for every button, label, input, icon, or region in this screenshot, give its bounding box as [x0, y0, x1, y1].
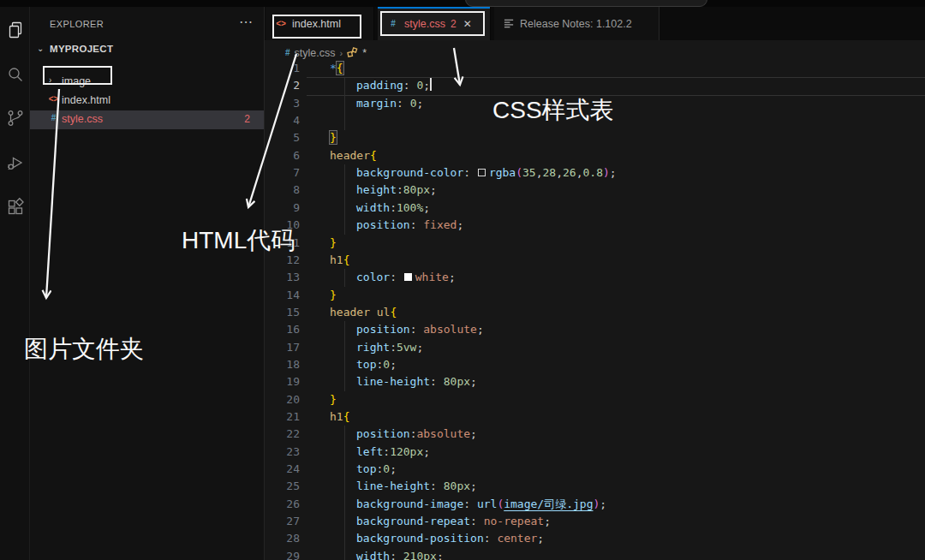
code-line-20[interactable]: 20} — [265, 391, 925, 409]
line-number[interactable]: 27 — [265, 513, 300, 530]
tab-index-html[interactable]: <> index.html — [266, 7, 374, 40]
code-text[interactable]: top:0; — [330, 461, 397, 478]
code-line-28[interactable]: 28background-position: center; — [265, 530, 925, 548]
line-number[interactable]: 24 — [265, 461, 300, 478]
line-number[interactable]: 23 — [265, 444, 300, 461]
line-number[interactable]: 13 — [265, 269, 300, 286]
code-line-1[interactable]: 1*{ — [265, 60, 925, 78]
run-debug-icon[interactable] — [5, 152, 26, 173]
code-text[interactable]: top:0; — [330, 356, 397, 373]
explorer-icon[interactable] — [5, 20, 26, 40]
code-line-7[interactable]: 7background-color: rgba(35,28,26,0.8); — [265, 164, 925, 182]
code-line-5[interactable]: 5} — [265, 129, 925, 147]
code-text[interactable]: background-image: url(image/司绿.jpg); — [330, 496, 606, 513]
code-text[interactable]: position:absolute; — [330, 426, 477, 443]
line-number[interactable]: 20 — [265, 391, 300, 408]
line-number[interactable]: 15 — [265, 304, 300, 321]
extensions-icon[interactable] — [5, 197, 26, 217]
code-text[interactable]: height:80px; — [330, 182, 437, 199]
code-editor[interactable]: 1*{2padding: 0;3margin: 0;45}6header{7ba… — [265, 59, 925, 560]
line-number[interactable]: 17 — [265, 339, 300, 356]
code-text[interactable]: header{ — [330, 147, 377, 164]
code-line-8[interactable]: 8height:80px; — [265, 182, 925, 200]
code-text[interactable]: padding: 0; — [330, 77, 432, 94]
code-line-24[interactable]: 24top:0; — [265, 461, 925, 479]
code-line-14[interactable]: 14} — [265, 287, 925, 305]
more-actions-icon[interactable]: ⋯ — [239, 14, 254, 30]
line-number[interactable]: 25 — [265, 478, 300, 495]
line-number[interactable]: 1 — [265, 60, 300, 77]
code-line-27[interactable]: 27background-repeat: no-repeat; — [265, 513, 925, 531]
code-line-17[interactable]: 17right:5vw; — [265, 339, 925, 357]
line-number[interactable]: 28 — [265, 530, 300, 547]
line-number[interactable]: 19 — [265, 373, 300, 390]
code-line-16[interactable]: 16position: absolute; — [265, 321, 925, 339]
code-line-10[interactable]: 10position: fixed; — [265, 217, 925, 235]
sidebar-item-index-html[interactable]: <> index.html — [30, 92, 264, 110]
code-line-25[interactable]: 25line-height: 80px; — [265, 478, 925, 496]
code-text[interactable]: line-height: 80px; — [330, 478, 477, 495]
code-text[interactable]: *{ — [330, 60, 343, 77]
line-number[interactable]: 29 — [265, 548, 300, 560]
code-line-21[interactable]: 21h1{ — [265, 408, 925, 426]
line-number[interactable]: 12 — [265, 252, 300, 269]
line-number[interactable]: 7 — [265, 164, 300, 182]
breadcrumb-file[interactable]: style.css — [295, 47, 336, 59]
breadcrumb-symbol[interactable]: * — [362, 47, 367, 59]
code-line-23[interactable]: 23left:120px; — [265, 444, 925, 462]
line-number[interactable]: 18 — [265, 356, 300, 373]
code-text[interactable]: header ul{ — [330, 304, 397, 321]
token-link[interactable]: image/司绿.jpg — [504, 497, 593, 510]
line-number[interactable]: 26 — [265, 496, 300, 513]
code-line-15[interactable]: 15header ul{ — [265, 304, 925, 322]
code-line-13[interactable]: 13color: white; — [265, 269, 925, 287]
code-line-12[interactable]: 12h1{ — [265, 252, 925, 270]
code-line-26[interactable]: 26background-image: url(image/司绿.jpg); — [265, 496, 925, 514]
code-text[interactable]: color: white; — [330, 269, 456, 286]
code-line-6[interactable]: 6header{ — [265, 147, 925, 165]
code-text[interactable]: width: 210px; — [330, 548, 444, 560]
code-line-3[interactable]: 3margin: 0; — [265, 95, 925, 113]
code-text[interactable]: background-position: center; — [330, 530, 544, 547]
code-text[interactable]: width:100%; — [330, 200, 430, 217]
code-text[interactable]: } — [330, 287, 337, 304]
code-text[interactable]: } — [330, 235, 337, 252]
project-root-row[interactable]: ⌄ MYPROJECT — [30, 41, 264, 60]
line-number[interactable]: 10 — [265, 217, 300, 234]
tab-release-notes[interactable]: Release Notes: 1.102.2 — [494, 7, 659, 40]
close-icon[interactable]: ✕ — [463, 18, 472, 30]
code-line-11[interactable]: 11} — [265, 235, 925, 253]
code-text[interactable]: h1{ — [330, 252, 349, 269]
line-number[interactable]: 16 — [265, 321, 300, 338]
code-text[interactable]: h1{ — [330, 408, 349, 426]
sidebar-item-image-folder[interactable]: › image — [30, 73, 264, 92]
search-icon[interactable] — [5, 64, 26, 85]
code-text[interactable]: } — [330, 391, 337, 408]
code-line-18[interactable]: 18top:0; — [265, 356, 925, 374]
code-text[interactable]: position: absolute; — [330, 321, 484, 338]
code-line-19[interactable]: 19line-height: 80px; — [265, 373, 925, 391]
tab-style-css[interactable]: # style.css 2 ✕ — [378, 7, 491, 40]
code-text[interactable]: background-repeat: no-repeat; — [330, 513, 551, 530]
code-text[interactable]: margin: 0; — [330, 95, 423, 112]
line-number[interactable]: 2 — [265, 77, 300, 94]
code-text[interactable]: line-height: 80px; — [330, 373, 477, 390]
line-number[interactable]: 14 — [265, 287, 300, 304]
code-line-4[interactable]: 4 — [265, 112, 925, 130]
code-text[interactable]: } — [330, 129, 337, 146]
line-number[interactable]: 9 — [265, 200, 300, 217]
code-line-2[interactable]: 2padding: 0; — [265, 77, 925, 95]
command-center[interactable] — [465, 0, 707, 7]
code-line-9[interactable]: 9width:100%; — [265, 200, 925, 217]
line-number[interactable]: 8 — [265, 182, 300, 199]
line-number[interactable]: 22 — [265, 426, 300, 443]
code-text[interactable]: right:5vw; — [330, 339, 423, 356]
code-text[interactable]: background-color: rgba(35,28,26,0.8); — [330, 164, 617, 182]
source-control-icon[interactable] — [5, 108, 26, 128]
code-text[interactable]: left:120px; — [330, 444, 430, 461]
sidebar-item-style-css[interactable]: # style.css 2 — [30, 110, 264, 129]
line-number[interactable]: 4 — [265, 112, 300, 129]
code-line-29[interactable]: 29width: 210px; — [265, 548, 925, 560]
line-number[interactable]: 21 — [265, 408, 300, 426]
line-number[interactable]: 6 — [265, 147, 300, 164]
